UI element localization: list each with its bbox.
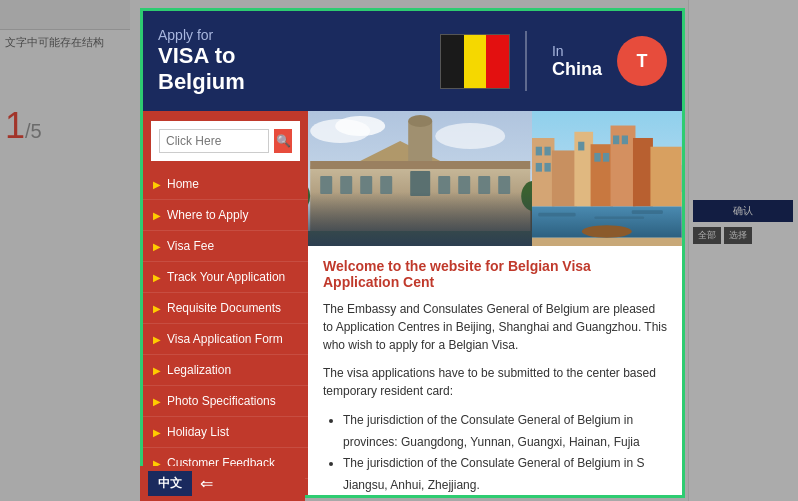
language-arrow-icon: ⇐	[200, 474, 213, 493]
svg-rect-13	[498, 176, 510, 194]
svg-point-3	[435, 123, 505, 149]
flag-black-stripe	[441, 35, 464, 88]
sidebar-item-visa-application-form[interactable]: ▶ Visa Application Form	[143, 324, 308, 355]
search-input[interactable]	[159, 129, 269, 153]
nav-arrow-icon: ▶	[153, 303, 161, 314]
sidebar-item-where-to-apply[interactable]: ▶ Where to Apply	[143, 200, 308, 231]
sidebar-item-legalization[interactable]: ▶ Legalization	[143, 355, 308, 386]
building-image	[308, 111, 532, 246]
sidebar: 🔍 ▶ Home ▶ Where to Apply ▶ Visa Fee ▶ T…	[143, 111, 308, 495]
nav-label-legalization: Legalization	[167, 363, 231, 377]
nav-arrow-icon: ▶	[153, 334, 161, 345]
header-right: In China	[542, 43, 602, 80]
canal-image	[532, 111, 682, 246]
svg-rect-27	[591, 144, 613, 206]
nav-arrow-icon: ▶	[153, 365, 161, 376]
welcome-section: Welcome to the website for Belgian Visa …	[308, 246, 682, 495]
bullet-item-1: The jurisdiction of the Consulate Genera…	[343, 410, 667, 453]
nav-arrow-icon: ▶	[153, 210, 161, 221]
sidebar-item-photo-specifications[interactable]: ▶ Photo Specifications	[143, 386, 308, 417]
svg-rect-33	[536, 163, 542, 172]
nav-arrow-icon: ▶	[153, 272, 161, 283]
svg-rect-37	[603, 153, 609, 162]
search-bar: 🔍	[151, 121, 300, 161]
nav-label-photo-specifications: Photo Specifications	[167, 394, 276, 408]
nav-label-visa-application-form: Visa Application Form	[167, 332, 283, 346]
nav-arrow-icon: ▶	[153, 427, 161, 438]
header-divider	[525, 31, 527, 91]
bullet-list: The jurisdiction of the Consulate Genera…	[323, 410, 667, 495]
welcome-para2: The visa applications have to be submitt…	[323, 364, 667, 400]
svg-rect-9	[410, 171, 430, 196]
header-circle-icon: T	[617, 36, 667, 86]
nav-label-where-to-apply: Where to Apply	[167, 208, 248, 222]
svg-rect-31	[536, 147, 542, 156]
svg-rect-12	[478, 176, 490, 194]
sidebar-item-track-application[interactable]: ▶ Track Your Application	[143, 262, 308, 293]
images-row	[308, 111, 682, 246]
nav-arrow-icon: ▶	[153, 396, 161, 407]
modal-content: 🔍 ▶ Home ▶ Where to Apply ▶ Visa Fee ▶ T…	[143, 111, 682, 495]
svg-rect-36	[595, 153, 601, 162]
svg-rect-29	[633, 138, 653, 207]
svg-rect-42	[595, 217, 645, 219]
nav-label-requisite-documents: Requisite Documents	[167, 301, 281, 315]
in-label: In	[552, 43, 602, 59]
svg-rect-34	[545, 163, 551, 172]
belgium-flag	[440, 34, 510, 89]
welcome-para1: The Embassy and Consulates General of Be…	[323, 300, 667, 354]
svg-rect-43	[632, 210, 663, 214]
search-button[interactable]: 🔍	[274, 129, 292, 153]
svg-rect-6	[340, 176, 352, 194]
sidebar-item-home[interactable]: ▶ Home	[143, 169, 308, 200]
bullet-item-2: The jurisdiction of the Consulate Genera…	[343, 453, 667, 495]
main-content: Welcome to the website for Belgian Visa …	[308, 111, 682, 495]
svg-rect-32	[545, 147, 551, 156]
modal-window: Apply for VISA to Belgium In China T	[140, 8, 685, 498]
svg-point-45	[582, 225, 632, 237]
header-left: Apply for VISA to Belgium	[158, 27, 425, 96]
svg-rect-11	[458, 176, 470, 194]
svg-rect-35	[579, 142, 585, 151]
language-bar: 中文 ⇐	[140, 466, 305, 501]
nav-label-visa-fee: Visa Fee	[167, 239, 214, 253]
visa-title: VISA to Belgium	[158, 43, 425, 96]
svg-rect-5	[320, 176, 332, 194]
flag-red-stripe	[486, 35, 509, 88]
welcome-title: Welcome to the website for Belgian Visa …	[323, 258, 667, 290]
nav-label-home: Home	[167, 177, 199, 191]
svg-rect-38	[613, 135, 619, 144]
nav-label-track-application: Track Your Application	[167, 270, 285, 284]
svg-rect-30	[651, 147, 682, 207]
svg-rect-14	[310, 161, 530, 169]
nav-arrow-icon: ▶	[153, 179, 161, 190]
flag-yellow-stripe	[464, 35, 487, 88]
svg-rect-41	[539, 213, 576, 217]
svg-rect-25	[552, 150, 577, 206]
svg-point-17	[408, 115, 432, 127]
svg-rect-44	[532, 238, 682, 246]
nav-arrow-icon: ▶	[153, 241, 161, 252]
svg-rect-39	[622, 135, 628, 144]
modal-header: Apply for VISA to Belgium In China T	[143, 11, 682, 111]
svg-rect-7	[360, 176, 372, 194]
nav-label-holiday-list: Holiday List	[167, 425, 229, 439]
svg-point-2	[335, 116, 385, 136]
sidebar-item-holiday-list[interactable]: ▶ Holiday List	[143, 417, 308, 448]
svg-rect-24	[532, 138, 554, 207]
svg-rect-18	[308, 231, 532, 246]
sidebar-item-requisite-documents[interactable]: ▶ Requisite Documents	[143, 293, 308, 324]
svg-rect-8	[380, 176, 392, 194]
svg-rect-10	[438, 176, 450, 194]
apply-for-label: Apply for	[158, 27, 425, 43]
country-label: China	[552, 59, 602, 80]
language-button[interactable]: 中文	[148, 471, 192, 496]
sidebar-item-visa-fee[interactable]: ▶ Visa Fee	[143, 231, 308, 262]
